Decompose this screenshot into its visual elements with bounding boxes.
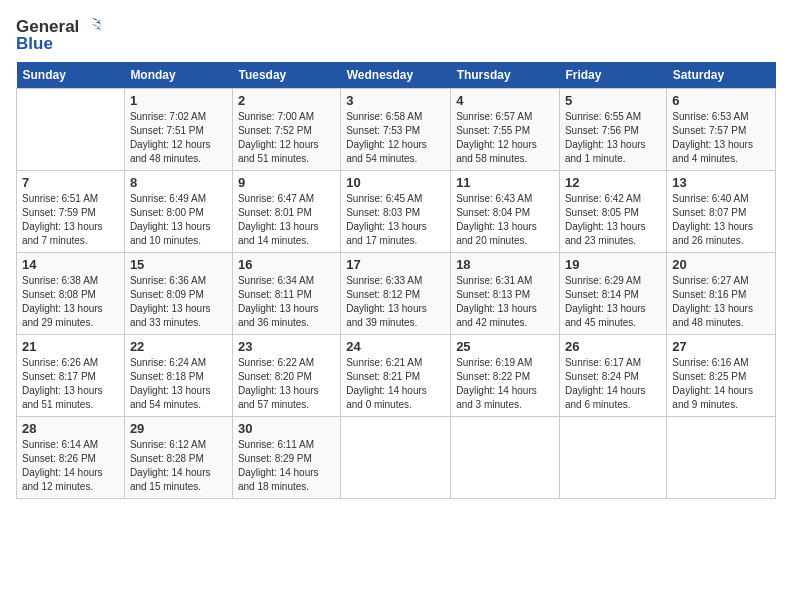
day-cell-19: 19Sunrise: 6:29 AM Sunset: 8:14 PM Dayli…	[559, 253, 666, 335]
day-number: 13	[672, 175, 770, 190]
logo: General Blue	[16, 16, 103, 54]
day-info: Sunrise: 7:02 AM Sunset: 7:51 PM Dayligh…	[130, 110, 227, 166]
day-number: 29	[130, 421, 227, 436]
logo-bird-icon	[81, 16, 103, 38]
day-info: Sunrise: 6:34 AM Sunset: 8:11 PM Dayligh…	[238, 274, 335, 330]
header-sunday: Sunday	[17, 62, 125, 89]
day-cell-10: 10Sunrise: 6:45 AM Sunset: 8:03 PM Dayli…	[341, 171, 451, 253]
day-number: 18	[456, 257, 554, 272]
day-number: 22	[130, 339, 227, 354]
header-friday: Friday	[559, 62, 666, 89]
header-saturday: Saturday	[667, 62, 776, 89]
day-number: 10	[346, 175, 445, 190]
day-cell-5: 5Sunrise: 6:55 AM Sunset: 7:56 PM Daylig…	[559, 89, 666, 171]
day-cell-6: 6Sunrise: 6:53 AM Sunset: 7:57 PM Daylig…	[667, 89, 776, 171]
empty-cell	[559, 417, 666, 499]
day-info: Sunrise: 6:43 AM Sunset: 8:04 PM Dayligh…	[456, 192, 554, 248]
day-number: 7	[22, 175, 119, 190]
day-cell-7: 7Sunrise: 6:51 AM Sunset: 7:59 PM Daylig…	[17, 171, 125, 253]
day-number: 5	[565, 93, 661, 108]
day-number: 19	[565, 257, 661, 272]
day-info: Sunrise: 6:40 AM Sunset: 8:07 PM Dayligh…	[672, 192, 770, 248]
day-info: Sunrise: 6:27 AM Sunset: 8:16 PM Dayligh…	[672, 274, 770, 330]
empty-cell	[17, 89, 125, 171]
week-row-4: 21Sunrise: 6:26 AM Sunset: 8:17 PM Dayli…	[17, 335, 776, 417]
day-number: 25	[456, 339, 554, 354]
day-info: Sunrise: 6:14 AM Sunset: 8:26 PM Dayligh…	[22, 438, 119, 494]
calendar-table: SundayMondayTuesdayWednesdayThursdayFrid…	[16, 62, 776, 499]
day-info: Sunrise: 6:19 AM Sunset: 8:22 PM Dayligh…	[456, 356, 554, 412]
day-info: Sunrise: 7:00 AM Sunset: 7:52 PM Dayligh…	[238, 110, 335, 166]
day-number: 3	[346, 93, 445, 108]
day-number: 12	[565, 175, 661, 190]
day-number: 9	[238, 175, 335, 190]
day-number: 27	[672, 339, 770, 354]
day-number: 11	[456, 175, 554, 190]
day-info: Sunrise: 6:24 AM Sunset: 8:18 PM Dayligh…	[130, 356, 227, 412]
day-number: 16	[238, 257, 335, 272]
day-cell-24: 24Sunrise: 6:21 AM Sunset: 8:21 PM Dayli…	[341, 335, 451, 417]
day-cell-3: 3Sunrise: 6:58 AM Sunset: 7:53 PM Daylig…	[341, 89, 451, 171]
header-tuesday: Tuesday	[232, 62, 340, 89]
day-cell-12: 12Sunrise: 6:42 AM Sunset: 8:05 PM Dayli…	[559, 171, 666, 253]
day-cell-26: 26Sunrise: 6:17 AM Sunset: 8:24 PM Dayli…	[559, 335, 666, 417]
day-info: Sunrise: 6:33 AM Sunset: 8:12 PM Dayligh…	[346, 274, 445, 330]
logo-blue-text: Blue	[16, 34, 53, 54]
week-row-3: 14Sunrise: 6:38 AM Sunset: 8:08 PM Dayli…	[17, 253, 776, 335]
day-cell-25: 25Sunrise: 6:19 AM Sunset: 8:22 PM Dayli…	[451, 335, 560, 417]
day-cell-11: 11Sunrise: 6:43 AM Sunset: 8:04 PM Dayli…	[451, 171, 560, 253]
header-monday: Monday	[124, 62, 232, 89]
day-number: 15	[130, 257, 227, 272]
day-cell-8: 8Sunrise: 6:49 AM Sunset: 8:00 PM Daylig…	[124, 171, 232, 253]
day-cell-21: 21Sunrise: 6:26 AM Sunset: 8:17 PM Dayli…	[17, 335, 125, 417]
day-cell-20: 20Sunrise: 6:27 AM Sunset: 8:16 PM Dayli…	[667, 253, 776, 335]
day-info: Sunrise: 6:17 AM Sunset: 8:24 PM Dayligh…	[565, 356, 661, 412]
day-info: Sunrise: 6:36 AM Sunset: 8:09 PM Dayligh…	[130, 274, 227, 330]
day-info: Sunrise: 6:11 AM Sunset: 8:29 PM Dayligh…	[238, 438, 335, 494]
empty-cell	[341, 417, 451, 499]
day-cell-4: 4Sunrise: 6:57 AM Sunset: 7:55 PM Daylig…	[451, 89, 560, 171]
day-cell-30: 30Sunrise: 6:11 AM Sunset: 8:29 PM Dayli…	[232, 417, 340, 499]
day-info: Sunrise: 6:45 AM Sunset: 8:03 PM Dayligh…	[346, 192, 445, 248]
day-info: Sunrise: 6:38 AM Sunset: 8:08 PM Dayligh…	[22, 274, 119, 330]
week-row-5: 28Sunrise: 6:14 AM Sunset: 8:26 PM Dayli…	[17, 417, 776, 499]
day-number: 1	[130, 93, 227, 108]
day-cell-27: 27Sunrise: 6:16 AM Sunset: 8:25 PM Dayli…	[667, 335, 776, 417]
day-number: 30	[238, 421, 335, 436]
day-cell-1: 1Sunrise: 7:02 AM Sunset: 7:51 PM Daylig…	[124, 89, 232, 171]
day-number: 2	[238, 93, 335, 108]
day-number: 28	[22, 421, 119, 436]
day-cell-28: 28Sunrise: 6:14 AM Sunset: 8:26 PM Dayli…	[17, 417, 125, 499]
day-number: 8	[130, 175, 227, 190]
day-cell-29: 29Sunrise: 6:12 AM Sunset: 8:28 PM Dayli…	[124, 417, 232, 499]
day-number: 26	[565, 339, 661, 354]
day-info: Sunrise: 6:16 AM Sunset: 8:25 PM Dayligh…	[672, 356, 770, 412]
header-thursday: Thursday	[451, 62, 560, 89]
day-number: 4	[456, 93, 554, 108]
day-cell-22: 22Sunrise: 6:24 AM Sunset: 8:18 PM Dayli…	[124, 335, 232, 417]
day-number: 23	[238, 339, 335, 354]
calendar-header-row: SundayMondayTuesdayWednesdayThursdayFrid…	[17, 62, 776, 89]
day-info: Sunrise: 6:53 AM Sunset: 7:57 PM Dayligh…	[672, 110, 770, 166]
logo-container: General Blue	[16, 16, 103, 54]
day-cell-2: 2Sunrise: 7:00 AM Sunset: 7:52 PM Daylig…	[232, 89, 340, 171]
day-number: 14	[22, 257, 119, 272]
day-number: 21	[22, 339, 119, 354]
day-cell-9: 9Sunrise: 6:47 AM Sunset: 8:01 PM Daylig…	[232, 171, 340, 253]
empty-cell	[451, 417, 560, 499]
day-info: Sunrise: 6:31 AM Sunset: 8:13 PM Dayligh…	[456, 274, 554, 330]
day-info: Sunrise: 6:58 AM Sunset: 7:53 PM Dayligh…	[346, 110, 445, 166]
day-info: Sunrise: 6:51 AM Sunset: 7:59 PM Dayligh…	[22, 192, 119, 248]
day-number: 6	[672, 93, 770, 108]
day-cell-23: 23Sunrise: 6:22 AM Sunset: 8:20 PM Dayli…	[232, 335, 340, 417]
day-info: Sunrise: 6:12 AM Sunset: 8:28 PM Dayligh…	[130, 438, 227, 494]
header-wednesday: Wednesday	[341, 62, 451, 89]
day-info: Sunrise: 6:57 AM Sunset: 7:55 PM Dayligh…	[456, 110, 554, 166]
day-cell-15: 15Sunrise: 6:36 AM Sunset: 8:09 PM Dayli…	[124, 253, 232, 335]
day-number: 17	[346, 257, 445, 272]
day-cell-16: 16Sunrise: 6:34 AM Sunset: 8:11 PM Dayli…	[232, 253, 340, 335]
day-cell-14: 14Sunrise: 6:38 AM Sunset: 8:08 PM Dayli…	[17, 253, 125, 335]
day-info: Sunrise: 6:49 AM Sunset: 8:00 PM Dayligh…	[130, 192, 227, 248]
day-info: Sunrise: 6:22 AM Sunset: 8:20 PM Dayligh…	[238, 356, 335, 412]
day-number: 24	[346, 339, 445, 354]
